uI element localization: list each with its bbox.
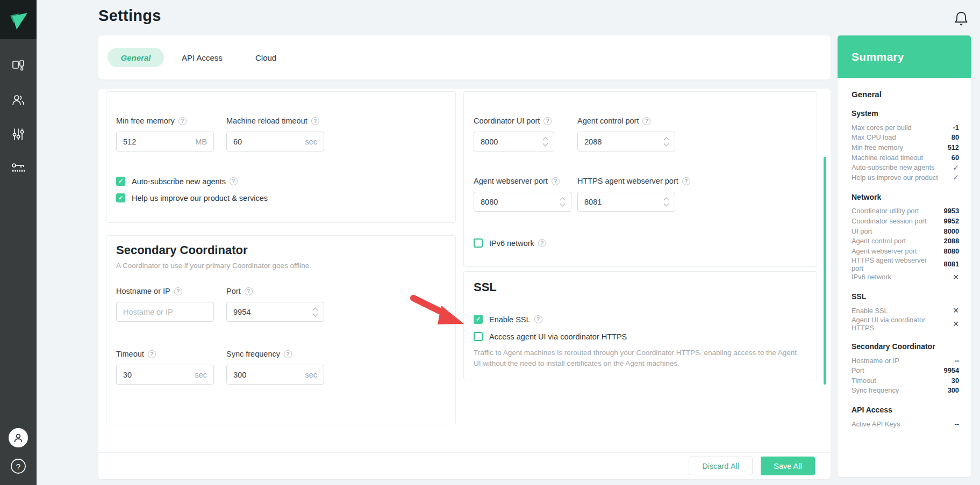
settings-form-card: Min free memory? MB Machine reload timeo… <box>98 89 831 479</box>
stepper-arrows[interactable] <box>661 138 668 146</box>
help-icon[interactable]: ? <box>178 117 187 125</box>
unit-suffix: sec <box>305 371 317 379</box>
agent-ui-https-checkbox[interactable] <box>474 332 483 341</box>
help-icon[interactable]: ? <box>552 177 560 185</box>
summary-row: HTTPS agent webserver port 8081 <box>852 256 959 272</box>
enable-ssl-checkbox[interactable] <box>474 315 483 324</box>
summary-row: UI port 8000 <box>852 226 959 236</box>
summary-row: Max CPU load 80 <box>852 133 959 143</box>
sync-frequency-input[interactable] <box>233 371 305 379</box>
summary-group-general: General <box>852 90 959 99</box>
help-icon[interactable]: ? <box>284 350 292 358</box>
ssl-description: Traffic to Agent machines is rerouted th… <box>474 348 804 368</box>
summary-row: Help us improve our product ✓ <box>852 172 959 183</box>
machine-reload-timeout-input[interactable] <box>233 137 305 146</box>
sidebar-item-users[interactable] <box>9 91 27 109</box>
summary-panel: Summary General System Max cores per bui… <box>838 35 971 477</box>
enable-ssl-check-row: Enable SSL? <box>474 315 807 324</box>
users-icon <box>11 93 25 107</box>
help-icon[interactable]: ? <box>245 287 253 295</box>
help-icon[interactable]: ? <box>534 315 542 323</box>
secondary-coordinator-title: Secondary Coordinator <box>116 243 446 257</box>
summary-title: Summary <box>852 50 904 63</box>
save-all-button[interactable]: Save All <box>761 457 815 475</box>
summary-rows: Coordinator utility port 9953 Coordinato… <box>852 206 959 283</box>
summary-section-ssl: SSL Enable SSL ✕ Agent UI via coordinato… <box>852 292 959 332</box>
coordinator-ui-port-input[interactable] <box>481 137 540 146</box>
left-sidebar: ? <box>0 0 37 485</box>
agent-webserver-port-input[interactable] <box>481 198 557 206</box>
summary-section-network: Network Coordinator utility port 9953 Co… <box>852 193 959 283</box>
form-footer: Discard All Save All <box>98 452 831 479</box>
summary-section-api-access: API Access Active API Keys -- <box>852 406 959 429</box>
timeout-input[interactable] <box>123 371 195 379</box>
summary-section-system: System Max cores per build -1 Max CPU lo… <box>852 109 959 183</box>
ssl-title: SSL <box>474 280 807 294</box>
auto-subscribe-check-row: Auto-subscribe new agents? <box>116 177 446 186</box>
ssl-panel: SSL Enable SSL? Access agent UI via coor… <box>463 271 817 380</box>
sidebar-item-agents[interactable] <box>9 56 27 75</box>
secondary-coordinator-panel: Secondary Coordinator A Coordinator to u… <box>106 235 456 424</box>
summary-section-secondary-coordinator: Secondary Coordinator Hostname or IP -- … <box>852 342 959 395</box>
tab-api-access[interactable]: API Access <box>182 48 223 67</box>
field-agent-control-port: Agent control port? <box>577 115 675 151</box>
hostname-input[interactable] <box>123 308 207 316</box>
summary-row: Timeout 30 <box>852 375 959 386</box>
summary-row: Coordinator utility port 9953 <box>852 206 959 216</box>
scrollbar-thumb[interactable] <box>824 157 826 385</box>
min-free-memory-input[interactable] <box>123 137 195 146</box>
secondary-port-input[interactable] <box>233 308 310 316</box>
agent-ui-https-check-row: Access agent UI via coordinator HTTPS <box>474 332 807 341</box>
ipv6-check-row: IPv6 network? <box>474 238 807 248</box>
help-icon[interactable]: ? <box>174 287 182 295</box>
agents-icon <box>11 59 25 73</box>
summary-row: Sync frequency 300 <box>852 386 959 396</box>
help-icon[interactable]: ? <box>543 117 552 125</box>
tab-general[interactable]: General <box>108 48 164 67</box>
network-panel: Coordinator UI port? Agent control port?… <box>463 91 817 267</box>
help-icon[interactable]: ? <box>682 177 690 185</box>
unit-suffix: sec <box>195 371 207 379</box>
help-icon[interactable]: ? <box>148 350 156 358</box>
sidebar-item-api-keys[interactable] <box>9 160 27 178</box>
settings-tabbar: General API Access Cloud <box>98 35 831 79</box>
help-button[interactable]: ? <box>9 457 27 475</box>
summary-row: Min free memory 512 <box>852 142 959 153</box>
app-logo[interactable] <box>0 0 37 39</box>
stepper-arrows[interactable] <box>540 138 547 146</box>
sidebar-item-settings[interactable] <box>9 125 27 143</box>
https-agent-webserver-port-input[interactable] <box>584 198 661 206</box>
discard-all-button[interactable]: Discard All <box>689 457 753 475</box>
unit-suffix: MB <box>195 137 207 146</box>
stepper-arrows[interactable] <box>661 198 668 206</box>
field-machine-reload-timeout: Machine reload timeout? sec <box>226 115 324 151</box>
help-icon[interactable]: ? <box>230 177 238 185</box>
summary-row: Agent UI via coordinator HTTPS ✕ <box>852 316 959 332</box>
agent-control-port-input[interactable] <box>584 137 661 146</box>
improve-product-checkbox[interactable] <box>116 193 125 202</box>
stepper-arrows[interactable] <box>557 198 564 206</box>
summary-row: Max cores per build -1 <box>852 122 959 133</box>
summary-row: Machine reload timeout 60 <box>852 153 959 163</box>
page-title: Settings <box>98 7 161 25</box>
brand-logo-icon <box>7 8 30 32</box>
improve-product-check-row: Help us improve our product & services <box>116 193 446 202</box>
secondary-coordinator-description: A Coordinator to use if your primary Coo… <box>116 262 446 270</box>
field-secondary-port: Port? <box>226 286 324 322</box>
summary-row: Coordinator session port 9952 <box>852 216 959 226</box>
help-icon[interactable]: ? <box>538 239 546 247</box>
help-icon[interactable]: ? <box>642 117 650 125</box>
field-agent-webserver-port: Agent webserver port? <box>474 176 577 212</box>
tab-cloud[interactable]: Cloud <box>255 48 276 67</box>
field-coordinator-ui-port: Coordinator UI port? <box>474 115 577 151</box>
auto-subscribe-checkbox[interactable] <box>116 177 125 186</box>
notifications-button[interactable] <box>953 10 969 27</box>
user-avatar[interactable] <box>9 428 28 447</box>
summary-row: Enable SSL ✕ <box>852 306 959 316</box>
help-icon[interactable]: ? <box>311 117 319 125</box>
summary-row: Port 9954 <box>852 365 959 375</box>
ipv6-checkbox[interactable] <box>474 238 483 248</box>
person-icon <box>12 432 24 444</box>
stepper-arrows[interactable] <box>310 308 317 316</box>
summary-row: Agent control port 2088 <box>852 236 959 246</box>
